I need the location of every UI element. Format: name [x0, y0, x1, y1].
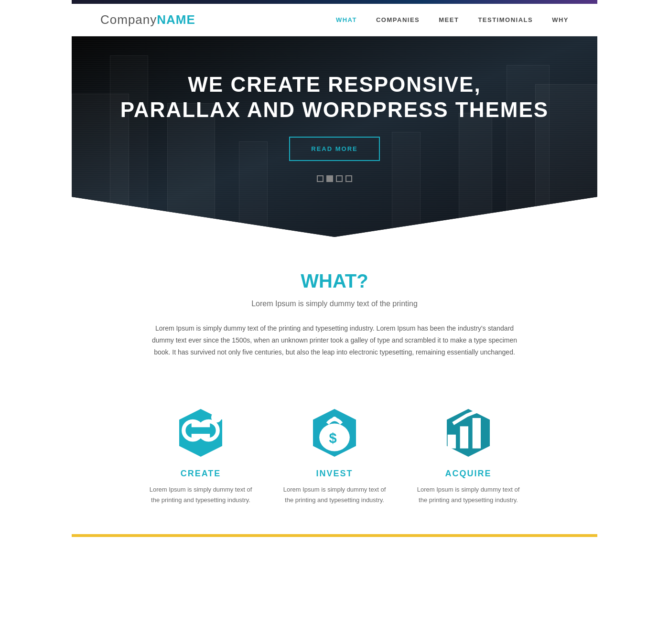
what-section: WHAT? Lorem Ipsum is simply dummy text o… — [72, 237, 597, 407]
svg-rect-13 — [460, 426, 468, 448]
what-title: WHAT? — [100, 270, 569, 292]
logo-name: NAME — [157, 12, 195, 27]
nav-item-what[interactable]: WHAT — [336, 16, 357, 23]
svg-rect-12 — [448, 435, 456, 449]
nav-item-why[interactable]: WHY — [552, 16, 569, 23]
acquire-icon-svg — [442, 404, 495, 457]
features-section: CREATE Lorem Ipsum is simply dummy text … — [72, 407, 597, 534]
hero-read-more-button[interactable]: READ MORE — [289, 137, 379, 161]
top-bar — [72, 0, 597, 4]
feature-acquire: ACQUIRE Lorem Ipsum is simply dummy text… — [416, 407, 521, 505]
nav: WHAT COMPANIES MEET TESTIMONIALS WHY — [336, 16, 569, 23]
create-desc: Lorem Ipsum is simply dummy text of the … — [148, 484, 253, 505]
hero-title-line1: WE CREATE RESPONSIVE, — [188, 73, 481, 96]
svg-text:$: $ — [329, 430, 336, 446]
nav-item-meet[interactable]: MEET — [439, 16, 459, 23]
what-subtitle: Lorem Ipsum is simply dummy text of the … — [100, 300, 569, 308]
bottom-accent-bar — [72, 534, 597, 537]
slider-dots — [120, 175, 549, 182]
invest-desc: Lorem Ipsum is simply dummy text of the … — [282, 484, 387, 505]
invest-label: INVEST — [282, 469, 387, 479]
svg-rect-14 — [473, 418, 481, 449]
acquire-desc: Lorem Ipsum is simply dummy text of the … — [416, 484, 521, 505]
nav-item-testimonials[interactable]: TESTIMONIALS — [478, 16, 533, 23]
create-icon-svg — [174, 404, 227, 457]
logo: CompanyNAME — [100, 12, 195, 27]
create-label: CREATE — [148, 469, 253, 479]
acquire-label: ACQUIRE — [416, 469, 521, 479]
create-icon — [174, 404, 227, 461]
slider-dot-2[interactable] — [326, 175, 333, 182]
what-description: Lorem Ipsum is simply dummy text of the … — [148, 322, 521, 359]
header: CompanyNAME WHAT COMPANIES MEET TESTIMON… — [72, 4, 597, 36]
acquire-icon — [442, 404, 495, 461]
hero-title: WE CREATE RESPONSIVE, PARALLAX AND WORDP… — [120, 72, 549, 123]
feature-invest: $ INVEST Lorem Ipsum is simply dummy tex… — [282, 407, 387, 505]
slider-dot-3[interactable] — [336, 175, 343, 182]
invest-icon: $ — [308, 404, 361, 461]
invest-icon-wrapper: $ — [308, 407, 361, 459]
hero-section: WE CREATE RESPONSIVE, PARALLAX AND WORDP… — [72, 36, 597, 237]
logo-company: Company — [100, 12, 157, 27]
create-icon-wrapper — [174, 407, 227, 459]
slider-dot-4[interactable] — [345, 175, 352, 182]
nav-item-companies[interactable]: COMPANIES — [376, 16, 420, 23]
slider-dot-1[interactable] — [317, 175, 324, 182]
hero-content: WE CREATE RESPONSIVE, PARALLAX AND WORDP… — [111, 43, 558, 202]
feature-create: CREATE Lorem Ipsum is simply dummy text … — [148, 407, 253, 505]
invest-icon-svg: $ — [308, 404, 361, 457]
hero-title-line2: PARALLAX AND WORDPRESS THEMES — [120, 98, 549, 121]
acquire-icon-wrapper — [442, 407, 495, 459]
